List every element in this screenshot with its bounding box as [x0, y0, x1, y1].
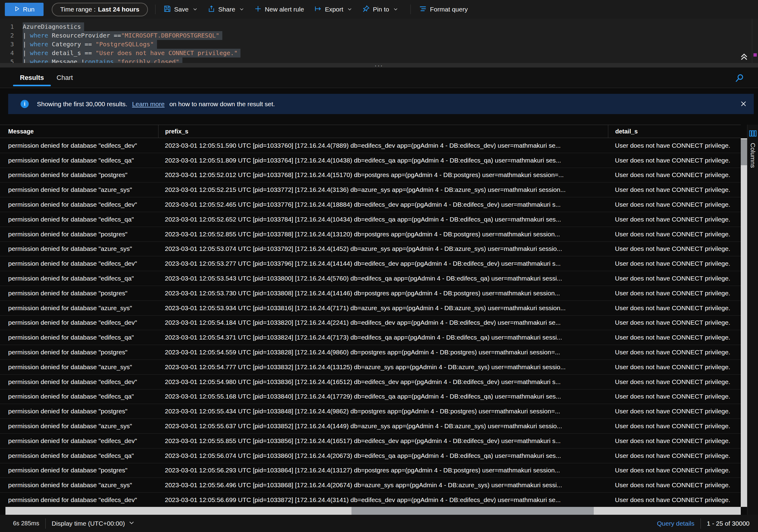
search-icon[interactable] [734, 73, 745, 84]
table-row[interactable]: permission denied for database "edifecs_… [0, 212, 741, 227]
table-row[interactable]: permission denied for database "azure_sy… [0, 478, 741, 493]
cell-message: permission denied for database "postgres… [0, 290, 158, 297]
table-row[interactable]: permission denied for database "postgres… [0, 345, 741, 360]
format-query-icon [419, 5, 427, 14]
query-details-link[interactable]: Query details [657, 520, 695, 527]
horizontal-scrollbar-thumb[interactable] [352, 507, 594, 515]
table-row[interactable]: permission denied for database "postgres… [0, 286, 741, 301]
cell-detail: User does not have CONNECT privilege. [608, 186, 741, 194]
table-row[interactable]: permission denied for database "postgres… [0, 463, 741, 478]
table-row[interactable]: permission denied for database "azure_sy… [0, 242, 741, 257]
format-query-button[interactable]: Format query [414, 3, 473, 16]
table-row[interactable]: permission denied for database "azure_sy… [0, 419, 741, 434]
cell-message: permission denied for database "azure_sy… [0, 422, 158, 430]
pin-to-button[interactable]: Pin to [357, 3, 403, 16]
vertical-scrollbar-thumb[interactable] [741, 139, 747, 165]
tab-chart[interactable]: Chart [54, 67, 76, 88]
code-line-text: AzureDiagnostics [23, 22, 84, 31]
learn-more-link[interactable]: Learn more [132, 100, 164, 107]
editor-results-splitter[interactable]: ··· [0, 63, 758, 67]
close-icon[interactable] [738, 99, 749, 110]
column-header-prefix-s[interactable]: prefix_s [158, 125, 608, 138]
column-header-detail-s[interactable]: detail_s [608, 125, 741, 138]
cell-prefix: 2023-03-01 12:05:55.855 UTC [pid=1033856… [158, 437, 608, 444]
toolbar-divider [410, 5, 411, 14]
cell-message: permission denied for database "edifecs_… [0, 452, 158, 459]
toolbar-divider [155, 5, 155, 14]
cell-detail: User does not have CONNECT privilege. [608, 467, 741, 474]
export-label: Export [325, 6, 343, 13]
cell-message: permission denied for database "postgres… [0, 231, 158, 238]
table-row[interactable]: permission denied for database "postgres… [0, 168, 741, 183]
code-line[interactable]: 3 | where Category == "PostgreSQLLogs" [0, 40, 758, 49]
vertical-scrollbar[interactable] [741, 138, 747, 507]
table-row[interactable]: permission denied for database "edifecs_… [0, 271, 741, 286]
horizontal-scrollbar[interactable] [5, 507, 741, 515]
table-row[interactable]: permission denied for database "edifecs_… [0, 138, 741, 153]
run-button[interactable]: Run [5, 3, 44, 16]
cell-message: permission denied for database "azure_sy… [0, 304, 158, 312]
table-row[interactable]: permission denied for database "edifecs_… [0, 389, 741, 404]
tab-results[interactable]: Results [13, 67, 51, 88]
code-line[interactable]: 2 | where ResourceProvider =="MICROSOFT.… [0, 31, 758, 40]
table-row[interactable]: permission denied for database "azure_sy… [0, 183, 741, 197]
cell-message: permission denied for database "edifecs_… [0, 157, 158, 164]
new-alert-rule-button[interactable]: New alert rule [249, 3, 309, 16]
cell-detail: User does not have CONNECT privilege. [608, 290, 741, 297]
code-line[interactable]: 1 AzureDiagnostics [0, 22, 758, 31]
results-info-banner: i Showing the first 30,000 results. Lear… [8, 94, 754, 114]
save-icon [164, 5, 171, 14]
pin-icon [362, 5, 370, 14]
table-row[interactable]: permission denied for database "azure_sy… [0, 360, 741, 374]
table-row[interactable]: permission denied for database "edifecs_… [0, 197, 741, 212]
cell-message: permission denied for database "edifecs_… [0, 201, 158, 208]
banner-text: Showing the first 30,000 results. Learn … [37, 100, 275, 108]
banner-message: Showing the first 30,000 results. [37, 100, 127, 107]
cell-detail: User does not have CONNECT privilege. [608, 437, 741, 444]
editor-overview-ruler [752, 19, 752, 63]
table-row[interactable]: permission denied for database "azure_sy… [0, 301, 741, 316]
table-row[interactable]: permission denied for database "edifecs_… [0, 153, 741, 168]
cell-prefix: 2023-03-01 12:05:53.543 UTC [pid=1033800… [158, 275, 608, 282]
collapse-editor-icon[interactable] [739, 52, 749, 62]
cell-message: permission denied for database "edifecs_… [0, 437, 158, 444]
columns-panel-toggle[interactable]: Columns [747, 125, 758, 515]
table-row[interactable]: permission denied for database "edifecs_… [0, 493, 741, 507]
code-line[interactable]: 4 | where detail_s == "User does not hav… [0, 49, 758, 57]
cell-prefix: 2023-03-01 12:05:56.699 UTC [pid=1033872… [158, 496, 608, 504]
table-row[interactable]: permission denied for database "postgres… [0, 404, 741, 419]
cell-prefix: 2023-03-01 12:05:51.590 UTC [pid=1033760… [158, 142, 608, 149]
share-button[interactable]: Share [203, 3, 249, 16]
export-button[interactable]: Export [309, 3, 357, 16]
time-range-value: Last 24 hours [98, 6, 139, 13]
line-number: 3 [0, 40, 14, 49]
cell-message: permission denied for database "postgres… [0, 171, 158, 179]
time-range-button[interactable]: Time range : Last 24 hours [52, 3, 148, 16]
table-row[interactable]: permission denied for database "edifecs_… [0, 316, 741, 331]
code-line-text: | where Category == "PostgreSQLLogs" [23, 40, 157, 49]
status-bar-right: Query details 1 - 25 of 30000 [657, 518, 758, 529]
table-row[interactable]: permission denied for database "edifecs_… [0, 330, 741, 345]
display-time-selector[interactable]: Display time (UTC+00:00) [52, 519, 135, 527]
table-row[interactable]: permission denied for database "edifecs_… [0, 434, 741, 448]
share-icon [208, 5, 215, 14]
chevron-down-icon [347, 6, 352, 13]
save-button[interactable]: Save [158, 3, 203, 16]
table-row[interactable]: permission denied for database "postgres… [0, 227, 741, 242]
table-row[interactable]: permission denied for database "edifecs_… [0, 256, 741, 271]
cell-detail: User does not have CONNECT privilege. [608, 171, 741, 179]
export-icon [314, 5, 322, 14]
cell-message: permission denied for database "edifecs_… [0, 216, 158, 223]
status-bar-divider [701, 518, 701, 529]
splitter-grip-icon: ··· [375, 64, 384, 67]
cell-detail: User does not have CONNECT privilege. [608, 245, 741, 252]
table-row[interactable]: permission denied for database "edifecs_… [0, 374, 741, 389]
cell-detail: User does not have CONNECT privilege. [608, 157, 741, 164]
cell-detail: User does not have CONNECT privilege. [608, 364, 741, 371]
cell-message: permission denied for database "edifecs_… [0, 142, 158, 149]
cell-prefix: 2023-03-01 12:05:53.934 UTC [pid=1033816… [158, 304, 608, 312]
query-editor[interactable]: 1 AzureDiagnostics 2 | where ResourcePro… [0, 19, 758, 63]
cell-detail: User does not have CONNECT privilege. [608, 496, 741, 504]
table-row[interactable]: permission denied for database "edifecs_… [0, 448, 741, 463]
column-header-message[interactable]: Message [0, 125, 158, 138]
